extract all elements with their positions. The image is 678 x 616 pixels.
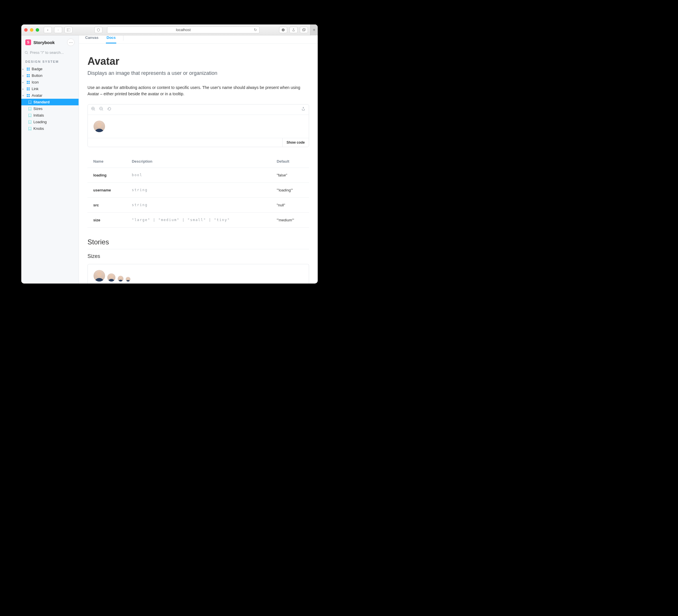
- prop-name: size: [87, 212, 126, 227]
- story-icon: [28, 101, 32, 104]
- sidebar-menu-button[interactable]: ⋯: [67, 39, 75, 46]
- component-icon: [27, 74, 30, 77]
- sidebar-story-loading[interactable]: Loading: [21, 119, 79, 125]
- svg-line-6: [27, 53, 28, 54]
- svg-rect-16: [29, 81, 30, 82]
- table-row: username string "'loading'": [87, 182, 309, 197]
- zoom-out-icon[interactable]: [99, 107, 103, 112]
- open-external-icon[interactable]: [301, 107, 305, 112]
- address-text: localhost: [176, 28, 190, 32]
- svg-line-28: [94, 110, 95, 111]
- svg-rect-15: [27, 81, 28, 82]
- share-icon: [292, 28, 295, 32]
- sidebar-item-avatar[interactable]: ▾ Avatar: [21, 92, 79, 99]
- tabs-button[interactable]: [300, 27, 308, 33]
- svg-rect-21: [27, 89, 28, 90]
- page-title: Avatar: [87, 55, 309, 67]
- sidebar-story-knobs[interactable]: Knobs: [21, 125, 79, 132]
- new-tab-button[interactable]: +: [310, 25, 318, 35]
- props-header-name: Name: [87, 155, 126, 168]
- tab-canvas[interactable]: Canvas: [85, 35, 99, 43]
- sidebar-item-label: Button: [32, 73, 43, 78]
- svg-rect-22: [29, 89, 30, 90]
- svg-rect-23: [27, 94, 28, 95]
- props-header-description: Description: [126, 155, 271, 168]
- stories-heading: Stories: [87, 238, 309, 249]
- story-icon: [28, 127, 32, 131]
- svg-rect-18: [29, 83, 30, 84]
- sidebar-item-label: Knobs: [33, 126, 44, 131]
- sidebar-item-label: Initials: [33, 113, 44, 117]
- search-placeholder: Press "/" to search...: [30, 50, 64, 55]
- show-code-button[interactable]: Show code: [282, 138, 309, 147]
- svg-rect-26: [29, 96, 30, 97]
- table-row: src string "null": [87, 197, 309, 212]
- caret-right-icon: ▸: [23, 68, 25, 71]
- avatar-tiny: [126, 277, 130, 282]
- shield-icon: [97, 28, 100, 32]
- svg-rect-8: [29, 68, 30, 69]
- zoom-window-button[interactable]: [36, 28, 39, 32]
- prop-default: "'loading'": [271, 182, 309, 197]
- tab-docs[interactable]: Docs: [106, 35, 116, 43]
- forward-button[interactable]: ›: [54, 27, 62, 33]
- reload-icon[interactable]: ↻: [254, 28, 257, 32]
- sidebar-item-icon[interactable]: ▸ Icon: [21, 79, 79, 85]
- storybook-logo[interactable]: S Storybook: [25, 39, 55, 45]
- prop-description: bool: [126, 168, 271, 182]
- download-icon: [281, 28, 285, 32]
- back-button[interactable]: ‹: [44, 27, 52, 33]
- sidebar-icon: [67, 29, 70, 31]
- svg-rect-20: [29, 87, 30, 89]
- address-bar[interactable]: localhost ↻: [107, 27, 260, 33]
- story-icon: [28, 120, 32, 124]
- svg-rect-14: [29, 76, 30, 77]
- sidebar-story-standard[interactable]: Standard: [21, 99, 79, 105]
- sidebar-header: S Storybook ⋯: [21, 35, 79, 49]
- sidebar-item-label: Badge: [32, 67, 43, 71]
- sidebar-item-badge[interactable]: ▸ Badge: [21, 66, 79, 72]
- prop-description: string: [126, 197, 271, 212]
- avatar-medium: [107, 274, 115, 282]
- sidebar: S Storybook ⋯ Press "/" to search... DES…: [21, 35, 79, 284]
- tabs: Canvas Docs: [79, 35, 318, 44]
- sidebar-item-button[interactable]: ▸ Button: [21, 72, 79, 79]
- avatar: [93, 120, 105, 132]
- component-icon: [27, 94, 30, 97]
- sidebar-item-link[interactable]: ▸ Link: [21, 85, 79, 92]
- component-icon: [27, 87, 30, 91]
- minimize-window-button[interactable]: [30, 28, 33, 32]
- page-subtitle: Displays an image that represents a user…: [87, 70, 309, 76]
- traffic-lights: [24, 28, 39, 32]
- tabs-icon: [302, 28, 306, 32]
- preview-panel: Show code: [87, 104, 309, 147]
- share-button[interactable]: [290, 27, 298, 33]
- downloads-button[interactable]: [279, 27, 287, 33]
- sidebar-toggle-button[interactable]: [65, 27, 73, 33]
- caret-right-icon: ▸: [23, 81, 25, 84]
- titlebar: ‹ › localhost ↻ +: [21, 25, 318, 35]
- sidebar-item-label: Avatar: [32, 93, 42, 98]
- sidebar-item-label: Standard: [33, 100, 49, 104]
- props-table: Name Description Default loading bool "f…: [87, 155, 309, 228]
- sidebar-item-label: Icon: [32, 80, 39, 84]
- search-input[interactable]: Press "/" to search...: [25, 50, 75, 55]
- svg-rect-3: [302, 29, 305, 31]
- sidebar-item-label: Sizes: [33, 107, 43, 111]
- prop-default: "false": [271, 168, 309, 182]
- close-window-button[interactable]: [24, 28, 28, 32]
- prop-description: string: [126, 182, 271, 197]
- page-description: Use an avatar for attributing actions or…: [87, 84, 309, 97]
- zoom-reset-icon[interactable]: [107, 107, 111, 112]
- sidebar-item-label: Loading: [33, 120, 47, 124]
- storybook-badge-icon: S: [25, 39, 31, 45]
- reader-button[interactable]: [95, 27, 103, 33]
- zoom-in-icon[interactable]: [91, 107, 95, 112]
- table-row: loading bool "false": [87, 168, 309, 182]
- svg-rect-24: [29, 94, 30, 95]
- svg-point-5: [25, 51, 27, 53]
- caret-down-icon: ▾: [23, 94, 25, 97]
- svg-rect-9: [27, 69, 28, 71]
- sidebar-story-sizes[interactable]: Sizes: [21, 105, 79, 112]
- sidebar-story-initials[interactable]: Initials: [21, 112, 79, 119]
